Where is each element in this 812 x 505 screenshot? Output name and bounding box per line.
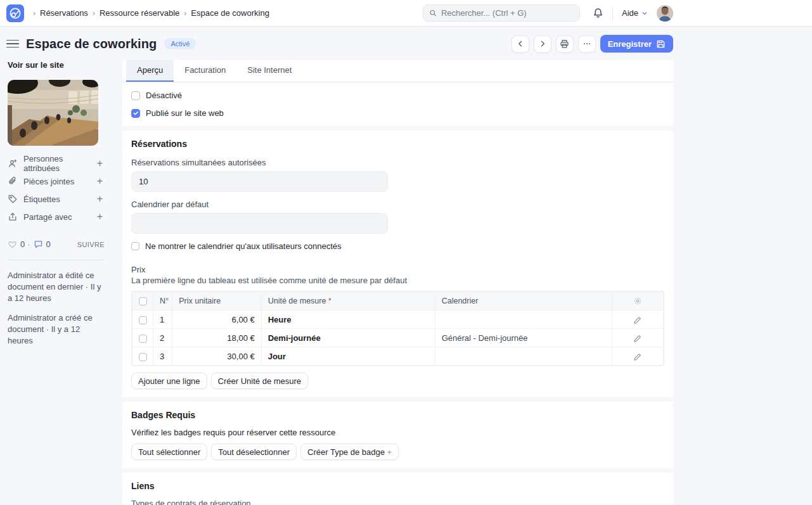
grid-settings-gear-icon[interactable] bbox=[633, 297, 642, 305]
sidebar-item-assigned-people[interactable]: Personnes attribuées + bbox=[8, 155, 105, 172]
form-tabs: Aperçu Facturation Site Internet bbox=[122, 60, 673, 82]
breadcrumb-ressource-reservable[interactable]: Ressource réservable bbox=[100, 8, 179, 18]
navbar-divider bbox=[612, 7, 613, 20]
badges-description: Vérifiez les badges requis pour réserver… bbox=[131, 428, 664, 437]
tag-icon bbox=[8, 194, 18, 204]
app-logo[interactable] bbox=[6, 4, 24, 22]
sidebar-item-label: Pièces jointes bbox=[23, 177, 74, 186]
row-price[interactable]: 18,00 € bbox=[172, 329, 262, 347]
sidebar-item-attachments[interactable]: Pièces jointes + bbox=[8, 172, 105, 190]
tab-facturation[interactable]: Facturation bbox=[174, 60, 236, 82]
table-row[interactable]: 2 18,00 € Demi-journée Général - Demi-jo… bbox=[132, 329, 664, 347]
sidebar-item-label: Étiquettes bbox=[23, 195, 60, 204]
print-button[interactable] bbox=[556, 35, 574, 53]
breadcrumb-current-doc[interactable]: Espace de coworking bbox=[191, 8, 269, 18]
calendar-visibility-checkbox[interactable] bbox=[131, 242, 139, 250]
row-index: 1 bbox=[153, 310, 172, 329]
edit-row-pencil-icon[interactable] bbox=[633, 353, 641, 361]
row-uom[interactable]: Demi-journée bbox=[261, 329, 435, 347]
share-icon bbox=[8, 212, 18, 222]
row-price[interactable]: 30,00 € bbox=[172, 347, 262, 366]
add-tag-button[interactable]: + bbox=[97, 193, 105, 205]
price-grid: N° Prix unitaire Unité de mesure * Calen… bbox=[131, 291, 664, 366]
paperclip-icon bbox=[8, 176, 18, 186]
calendar-input[interactable] bbox=[131, 213, 388, 234]
comments-icon[interactable] bbox=[34, 240, 43, 249]
assign-user-icon bbox=[8, 158, 18, 169]
disabled-checkbox-row[interactable]: Désactivé bbox=[131, 91, 664, 100]
notifications-bell-icon[interactable] bbox=[593, 8, 603, 18]
calendar-visibility-label: Ne montrer le calendrier qu'aux utilisat… bbox=[145, 241, 342, 251]
chevron-right-icon bbox=[539, 40, 546, 48]
create-badge-type-label: Créer Type de badge bbox=[307, 447, 385, 457]
menu-ellipsis-button[interactable] bbox=[578, 35, 596, 53]
published-label: Publié sur le site web bbox=[146, 108, 224, 118]
calendar-visibility-row[interactable]: Ne montrer le calendrier qu'aux utilisat… bbox=[131, 241, 664, 251]
table-row[interactable]: 1 6,00 € Heure bbox=[132, 310, 664, 329]
add-attachment-button[interactable]: + bbox=[97, 176, 105, 187]
prix-label: Prix bbox=[131, 265, 664, 274]
breadcrumb-reservations[interactable]: Réservations bbox=[40, 8, 88, 18]
avatar-photo bbox=[657, 5, 673, 22]
col-uom-label: Unité de mesure bbox=[268, 297, 326, 305]
sidebar-item-tags[interactable]: Étiquettes + bbox=[8, 190, 105, 208]
grid-header-row: N° Prix unitaire Unité de mesure * Calen… bbox=[132, 292, 664, 310]
row-index: 2 bbox=[153, 329, 172, 347]
deselect-all-badges-button[interactable]: Tout déselectionner bbox=[211, 444, 297, 460]
row-calendar[interactable] bbox=[435, 310, 612, 329]
row-checkbox[interactable] bbox=[139, 335, 147, 343]
row-index: 3 bbox=[153, 347, 172, 366]
like-heart-icon[interactable] bbox=[8, 240, 17, 249]
chevron-left-icon bbox=[517, 40, 524, 48]
disabled-label: Désactivé bbox=[146, 91, 182, 100]
edit-row-pencil-icon[interactable] bbox=[633, 335, 641, 343]
sidebar-toggle-icon[interactable] bbox=[6, 38, 19, 49]
next-document-button[interactable] bbox=[534, 35, 551, 53]
row-calendar[interactable]: Général - Demi-journée bbox=[435, 329, 612, 347]
edit-row-pencil-icon[interactable] bbox=[633, 316, 641, 324]
row-calendar[interactable] bbox=[435, 347, 612, 366]
create-badge-type-button[interactable]: Créer Type de badge + bbox=[300, 444, 399, 460]
tab-apercu[interactable]: Aperçu bbox=[126, 60, 174, 82]
published-checkbox-row[interactable]: Publié sur le site web bbox=[131, 108, 664, 118]
create-uom-button[interactable]: Créer Unité de mesure bbox=[211, 373, 309, 389]
row-uom[interactable]: Jour bbox=[261, 347, 435, 366]
reservations-heading: Réservations bbox=[131, 139, 664, 149]
add-row-button[interactable]: Ajouter une ligne bbox=[131, 373, 207, 389]
add-assignment-button[interactable]: + bbox=[97, 158, 105, 169]
row-checkbox[interactable] bbox=[139, 353, 147, 361]
save-button[interactable]: Enregistrer bbox=[600, 35, 673, 53]
form-main: Aperçu Facturation Site Internet Désacti… bbox=[122, 53, 673, 505]
form-sidebar: Voir sur le site bbox=[8, 53, 105, 355]
table-row[interactable]: 3 30,00 € Jour bbox=[132, 347, 664, 366]
tab-site-internet[interactable]: Site Internet bbox=[236, 60, 302, 82]
disabled-checkbox[interactable] bbox=[131, 91, 140, 100]
chevron-down-icon bbox=[641, 10, 648, 16]
sidebar-item-shared-with[interactable]: Partagé avec + bbox=[8, 208, 105, 226]
help-label: Aide bbox=[622, 8, 638, 18]
search-input[interactable] bbox=[441, 8, 574, 18]
row-price[interactable]: 6,00 € bbox=[172, 310, 262, 329]
published-checkbox[interactable] bbox=[131, 109, 140, 118]
prev-document-button[interactable] bbox=[512, 35, 529, 53]
row-uom[interactable]: Heure bbox=[261, 310, 435, 329]
last-edited-note: Administrator a édité ce document en der… bbox=[8, 270, 103, 304]
row-checkbox[interactable] bbox=[139, 316, 147, 324]
simultaneous-input[interactable] bbox=[131, 171, 388, 192]
sidebar-divider bbox=[8, 260, 105, 260]
coworking-photo bbox=[8, 80, 98, 146]
view-on-site-link[interactable]: Voir sur le site bbox=[8, 60, 105, 70]
sidebar-item-label: Partagé avec bbox=[23, 212, 72, 222]
user-avatar[interactable] bbox=[657, 5, 673, 22]
col-uom: Unité de mesure * bbox=[261, 292, 435, 310]
add-share-button[interactable]: + bbox=[97, 211, 105, 222]
reservations-card: Réservations Réservations simultanées au… bbox=[122, 131, 673, 397]
global-search[interactable] bbox=[423, 4, 580, 22]
follow-button[interactable]: SUIVRE bbox=[77, 241, 105, 248]
select-all-checkbox[interactable] bbox=[139, 297, 147, 305]
sidebar-item-label: Personnes attribuées bbox=[23, 154, 97, 173]
help-menu[interactable]: Aide bbox=[622, 8, 648, 18]
calendar-label: Calendrier par défaut bbox=[131, 200, 664, 209]
document-image[interactable] bbox=[8, 80, 98, 146]
select-all-badges-button[interactable]: Tout sélectionner bbox=[131, 444, 207, 460]
